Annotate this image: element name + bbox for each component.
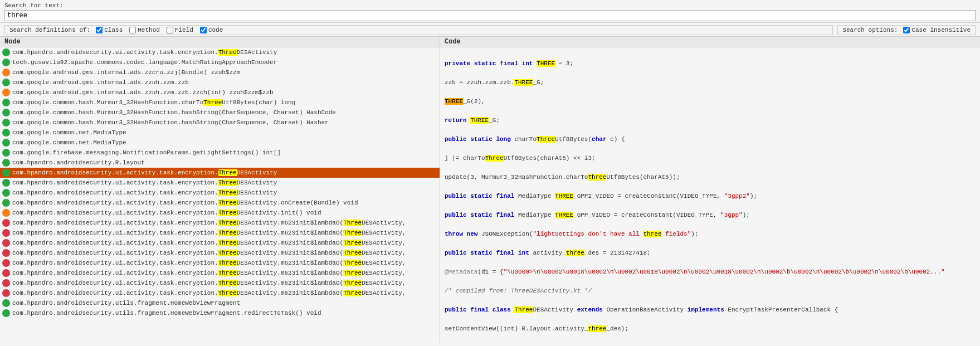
node-icon (2, 189, 10, 197)
node-item[interactable]: com.hpandro.androidsecurity.ui.activity.… (0, 248, 440, 258)
node-item[interactable]: com.google.android.gms.internal.ads.zzuh… (0, 77, 440, 87)
node-item[interactable]: com.google.firebase.messaging.Notificati… (0, 148, 440, 158)
node-item[interactable]: com.google.android.gms.internal.ads.zzcr… (0, 67, 440, 77)
node-text: com.hpandro.androidsecurity.R.layout (12, 158, 145, 167)
node-text: com.google.common.hash.Murmur3_32HashFun… (12, 118, 329, 127)
node-icon (2, 199, 10, 207)
node-item[interactable]: com.hpandro.androidsecurity.R.layout (0, 158, 440, 168)
node-icon (2, 179, 10, 187)
node-panel: Node com.hpandro.androidsecurity.ui.acti… (0, 37, 440, 343)
node-icon (2, 48, 10, 56)
node-text: tech.gusavila92.apache.commons.codec.lan… (12, 58, 277, 67)
node-text: com.google.common.net.MediaType (12, 128, 126, 137)
node-icon (2, 209, 10, 217)
search-bar-section: Search for text: Search definitions of: … (0, 0, 980, 37)
code-panel-header: Code (440, 37, 980, 47)
node-text: com.hpandro.androidsecurity.ui.activity.… (12, 228, 406, 237)
node-text: com.google.common.net.MediaType (12, 138, 126, 147)
node-list-container[interactable]: com.hpandro.androidsecurity.ui.activity.… (0, 47, 440, 343)
code-panel: Code private static final int THREE = 3;… (440, 37, 980, 343)
node-icon (2, 219, 10, 227)
node-item[interactable]: com.hpandro.androidsecurity.ui.activity.… (0, 238, 440, 248)
node-item[interactable]: com.hpandro.androidsecurity.ui.activity.… (0, 228, 440, 238)
node-icon (2, 79, 10, 86)
node-item[interactable]: com.hpandro.androidsecurity.ui.activity.… (0, 178, 440, 188)
checkbox-code[interactable]: Code (200, 27, 223, 33)
checkbox-class[interactable]: Class (96, 27, 123, 33)
search-options-label: Search options: (842, 27, 898, 33)
node-item[interactable]: com.google.common.net.MediaType (0, 128, 440, 138)
node-text: com.hpandro.androidsecurity.utils.fragme… (12, 309, 321, 318)
checkbox-method[interactable]: Method (129, 27, 160, 33)
node-item[interactable]: com.hpandro.androidsecurity.ui.activity.… (0, 168, 440, 178)
node-item[interactable]: com.hpandro.androidsecurity.ui.activity.… (0, 278, 440, 288)
node-icon (2, 229, 10, 237)
node-icon (2, 129, 10, 137)
node-item[interactable]: com.google.common.net.MediaType (0, 138, 440, 148)
node-item[interactable]: com.hpandro.androidsecurity.ui.activity.… (0, 47, 440, 57)
node-text: com.hpandro.androidsecurity.ui.activity.… (12, 48, 277, 57)
node-icon (2, 249, 10, 257)
node-icon (2, 259, 10, 267)
search-input[interactable] (4, 10, 976, 21)
node-icon (2, 269, 10, 277)
node-item[interactable]: com.google.common.hash.Murmur3_32HashFun… (0, 108, 440, 118)
node-item[interactable]: com.hpandro.androidsecurity.ui.activity.… (0, 208, 440, 218)
node-item[interactable]: com.hpandro.androidsecurity.ui.activity.… (0, 218, 440, 228)
node-text: com.google.firebase.messaging.Notificati… (12, 148, 281, 157)
node-item[interactable]: com.google.common.hash.Murmur3_32HashFun… (0, 118, 440, 128)
node-text: com.hpandro.androidsecurity.utils.fragme… (12, 299, 240, 308)
definitions-label: Search definitions of: (9, 27, 90, 33)
node-icon (2, 309, 10, 317)
node-text: com.google.common.hash.Murmur3_32HashFun… (12, 108, 336, 117)
node-text: com.hpandro.androidsecurity.ui.activity.… (12, 259, 406, 267)
node-text: com.hpandro.androidsecurity.ui.activity.… (12, 168, 277, 177)
node-item[interactable]: com.hpandro.androidsecurity.ui.activity.… (0, 268, 440, 278)
node-item[interactable]: com.hpandro.androidsecurity.ui.activity.… (0, 198, 440, 208)
node-text: com.hpandro.androidsecurity.ui.activity.… (12, 279, 406, 287)
node-icon (2, 109, 10, 116)
node-icon (2, 299, 10, 307)
node-icon (2, 59, 10, 66)
node-panel-header: Node (0, 37, 440, 47)
node-text: com.hpandro.androidsecurity.ui.activity.… (12, 188, 277, 197)
node-text: com.google.common.hash.Murmur3_32HashFun… (12, 98, 295, 107)
node-text: com.hpandro.androidsecurity.ui.activity.… (12, 269, 406, 277)
node-item[interactable]: com.google.common.hash.Murmur3_32HashFun… (0, 98, 440, 108)
node-icon (2, 99, 10, 106)
node-text: com.google.android.gms.internal.ads.zzuh… (12, 88, 274, 97)
code-display: private static final int THREE = 3; zzb … (440, 47, 980, 343)
node-item[interactable]: com.google.android.gms.internal.ads.zzuh… (0, 87, 440, 98)
node-icon (2, 69, 10, 76)
node-text: com.hpandro.androidsecurity.ui.activity.… (12, 178, 277, 187)
node-icon (2, 89, 10, 96)
node-item[interactable]: com.hpandro.androidsecurity.ui.activity.… (0, 188, 440, 198)
node-text: com.hpandro.androidsecurity.ui.activity.… (12, 248, 406, 257)
node-item[interactable]: com.hpandro.androidsecurity.utils.fragme… (0, 298, 440, 308)
node-text: com.hpandro.androidsecurity.ui.activity.… (12, 218, 406, 227)
checkbox-case-insensitive[interactable]: Case insensitive (903, 27, 971, 33)
node-item[interactable]: com.hpandro.androidsecurity.utils.fragme… (0, 308, 440, 318)
node-text: com.hpandro.androidsecurity.ui.activity.… (12, 238, 406, 247)
node-text: com.hpandro.androidsecurity.ui.activity.… (12, 289, 406, 298)
checkbox-field[interactable]: Field (167, 27, 193, 33)
node-text: com.hpandro.androidsecurity.ui.activity.… (12, 198, 358, 207)
node-icon (2, 169, 10, 177)
node-icon (2, 279, 10, 287)
node-icon (2, 159, 10, 167)
node-icon (2, 289, 10, 297)
node-text: com.google.android.gms.internal.ads.zzcr… (12, 68, 240, 77)
code-content-container[interactable]: private static final int THREE = 3; zzb … (440, 47, 980, 343)
node-item[interactable]: com.hpandro.androidsecurity.ui.activity.… (0, 288, 440, 298)
node-icon (2, 239, 10, 247)
node-text: com.google.android.gms.internal.ads.zzuh… (12, 78, 189, 87)
node-item[interactable]: tech.gusavila92.apache.commons.codec.lan… (0, 57, 440, 67)
node-icon (2, 149, 10, 157)
node-icon (2, 139, 10, 147)
node-item[interactable]: com.hpandro.androidsecurity.ui.activity.… (0, 258, 440, 268)
search-label: Search for text: (4, 2, 976, 9)
node-text: com.hpandro.androidsecurity.ui.activity.… (12, 208, 321, 217)
node-icon (2, 119, 10, 126)
